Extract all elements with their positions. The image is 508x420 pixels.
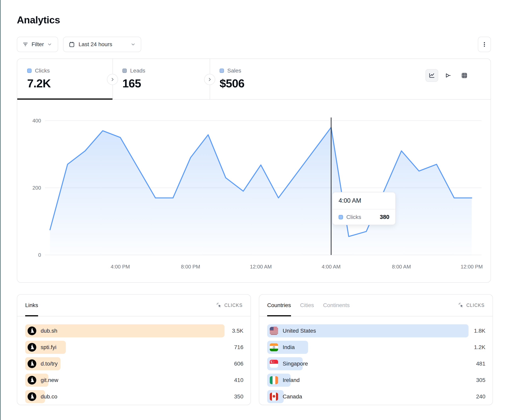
countries-list: United States 1.8K India 1.2K Singapore … — [267, 324, 486, 403]
link-row[interactable]: dub.co 350 — [25, 390, 243, 403]
tab-links[interactable]: Links — [25, 295, 38, 316]
tooltip-time: 4:00 AM — [333, 192, 395, 210]
clicks-count: 716 — [234, 344, 243, 350]
clicks-count: 240 — [476, 393, 486, 400]
flag-ie-icon — [269, 376, 278, 384]
table-grid-icon — [461, 72, 468, 79]
tab-sales-label: Sales — [227, 68, 241, 74]
cursor-rays-icon — [458, 303, 464, 308]
active-tab-underline — [17, 98, 112, 100]
calendar-icon — [69, 41, 75, 48]
chart-view-switcher — [426, 69, 471, 82]
dub-favicon-icon — [28, 343, 36, 352]
dub-favicon-icon — [28, 326, 36, 335]
y-axis-tick: 0 — [38, 252, 41, 258]
link-row[interactable]: git.new 410 — [25, 374, 243, 387]
tooltip-swatch-icon — [339, 215, 343, 219]
dub-favicon-icon — [28, 376, 36, 384]
country-row[interactable]: Canada 240 — [267, 390, 486, 403]
tab-clicks[interactable]: Clicks 7.2K — [17, 59, 112, 100]
y-axis-tick: 200 — [32, 185, 41, 191]
funnel-view-button[interactable] — [442, 69, 455, 82]
clicks-count: 305 — [476, 377, 486, 383]
link-domain: spti.fyi — [41, 344, 56, 350]
clicks-count: 3.5K — [232, 328, 243, 334]
dub-favicon-icon — [28, 392, 36, 401]
flag-sg-icon — [269, 359, 278, 368]
clicks-count: 481 — [476, 361, 486, 367]
metric-tabs: Clicks 7.2K Leads 165 Sales $506 — [17, 59, 491, 100]
expand-sales-button[interactable] — [204, 74, 215, 85]
tab-leads[interactable]: Leads 165 — [112, 59, 210, 100]
expand-leads-button[interactable] — [107, 74, 118, 85]
links-card: Links CLICKS dub.sh 3.5K spti.fyi 716 d.… — [17, 294, 251, 405]
chevron-right-icon — [110, 77, 115, 82]
kebab-menu-icon — [481, 41, 487, 47]
leads-swatch-icon — [122, 69, 127, 73]
clicks-swatch-icon — [27, 69, 31, 73]
link-domain: dub.co — [41, 393, 57, 400]
filter-button-label: Filter — [31, 41, 44, 48]
tab-leads-label: Leads — [130, 68, 145, 74]
tab-continents[interactable]: Continents — [323, 295, 350, 316]
filter-button[interactable]: Filter — [17, 37, 58, 52]
tab-clicks-label: Clicks — [35, 68, 50, 74]
funnel-icon — [445, 72, 451, 79]
country-row[interactable]: India 1.2K — [267, 341, 486, 354]
page-title: Analytics — [17, 14, 60, 26]
chevron-down-icon — [47, 42, 52, 47]
dub-favicon-icon — [28, 359, 36, 368]
link-row[interactable]: d.to/try 606 — [25, 357, 243, 370]
country-name: Ireland — [283, 377, 300, 383]
country-name: India — [283, 344, 295, 350]
line-chart-icon — [429, 72, 435, 79]
country-row[interactable]: United States 1.8K — [267, 324, 486, 337]
y-axis-tick: 400 — [32, 118, 41, 124]
line-chart-view-button[interactable] — [426, 69, 438, 82]
sales-swatch-icon — [220, 69, 224, 73]
date-range-button[interactable]: Last 24 hours — [63, 37, 141, 52]
filter-icon — [22, 41, 28, 47]
chevron-down-icon — [131, 42, 136, 47]
x-axis-tick: 4:00 AM — [322, 264, 341, 270]
tab-countries[interactable]: Countries — [267, 295, 291, 316]
analytics-chart-card: Clicks 7.2K Leads 165 Sales $506 — [17, 58, 491, 283]
analytics-page: Analytics Filter Last 24 hours Clicks 7.… — [0, 0, 508, 420]
chevron-right-icon — [207, 77, 212, 82]
date-range-label: Last 24 hours — [79, 41, 112, 48]
x-axis-tick: 12:00 AM — [250, 264, 272, 270]
tab-cities[interactable]: Cities — [300, 295, 314, 316]
table-view-button[interactable] — [458, 69, 471, 82]
tab-clicks-value: 7.2K — [27, 77, 112, 90]
clicks-area-chart[interactable]: 02004004:00 PM8:00 PM12:00 AM4:00 AM8:00… — [17, 101, 491, 283]
tab-sales[interactable]: Sales $506 — [210, 59, 307, 100]
x-axis-tick: 8:00 AM — [392, 264, 411, 270]
clicks-count: 606 — [234, 361, 243, 367]
country-name: Singapore — [283, 361, 308, 367]
x-axis-tick: 4:00 PM — [111, 264, 130, 270]
link-domain: d.to/try — [41, 361, 58, 367]
country-row[interactable]: Ireland 305 — [267, 374, 486, 387]
country-name: Canada — [283, 393, 302, 400]
chart-tooltip: 4:00 AM Clicks 380 — [332, 192, 396, 225]
link-row[interactable]: spti.fyi 716 — [25, 341, 243, 354]
flag-us-icon — [269, 326, 278, 335]
left-edge-accent — [0, 0, 0, 420]
clicks-count: 1.2K — [474, 344, 486, 350]
clicks-count: 1.8K — [474, 328, 486, 334]
flag-in-icon — [269, 343, 278, 352]
link-row[interactable]: dub.sh 3.5K — [25, 324, 243, 337]
tab-leads-value: 165 — [122, 77, 210, 90]
tooltip-series-label: Clicks — [346, 214, 376, 220]
more-menu-button[interactable] — [478, 37, 491, 52]
countries-card: Countries Cities Continents CLICKS Unite… — [259, 294, 493, 405]
cursor-rays-icon — [217, 303, 222, 308]
country-name: United States — [283, 328, 316, 334]
chart-canvas[interactable]: 02004004:00 PM8:00 PM12:00 AM4:00 AM8:00… — [17, 101, 491, 283]
link-domain: git.new — [41, 377, 58, 383]
country-row[interactable]: Singapore 481 — [267, 357, 486, 370]
links-metric-header: CLICKS — [224, 303, 243, 308]
tab-sales-value: $506 — [220, 77, 307, 90]
countries-metric-header: CLICKS — [466, 303, 485, 308]
tooltip-value: 380 — [380, 214, 389, 220]
